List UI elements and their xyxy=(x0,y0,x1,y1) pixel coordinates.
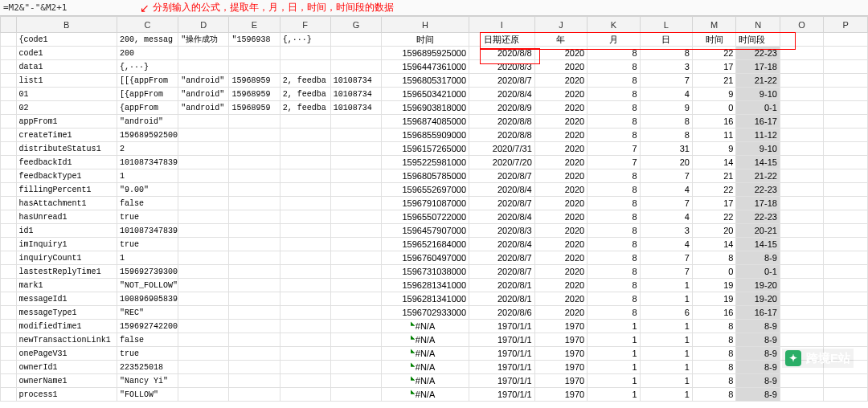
cell[interactable] xyxy=(780,265,823,279)
cell[interactable]: 1970 xyxy=(534,333,587,347)
cell[interactable] xyxy=(280,292,330,306)
table-row[interactable]: feedbackId110108734783915952259810002020… xyxy=(1,156,868,169)
cell[interactable] xyxy=(280,183,330,197)
cell[interactable] xyxy=(1,74,17,88)
cell[interactable]: 9-10 xyxy=(736,142,780,156)
cell[interactable] xyxy=(1,197,17,210)
cell[interactable] xyxy=(1,156,17,169)
cell[interactable]: inquiryCount1 xyxy=(16,251,117,265)
table-row[interactable]: id110108734783915964579070002020/8/32020… xyxy=(1,224,868,238)
cell[interactable]: 1596760497000 xyxy=(382,251,469,265)
table-row[interactable]: mark1"NOT_FOLLOW"15962813410002020/8/120… xyxy=(1,279,868,292)
cell[interactable]: createTime1 xyxy=(16,129,117,142)
cell[interactable]: 7 xyxy=(640,197,692,210)
cell[interactable] xyxy=(1,292,17,306)
cell[interactable]: 1596895925000 xyxy=(382,47,469,60)
cell[interactable]: 时间 xyxy=(692,33,735,47)
cell[interactable]: {,···} xyxy=(280,33,330,47)
cell[interactable]: 2020 xyxy=(534,279,587,292)
cell[interactable] xyxy=(1,47,17,60)
cell[interactable]: 8-9 xyxy=(736,374,780,388)
cell[interactable] xyxy=(178,251,229,265)
cell[interactable]: 1596702933000 xyxy=(382,306,469,320)
table-row[interactable]: messageId110089690583915962813410002020/… xyxy=(1,292,868,306)
cell[interactable]: 1 xyxy=(640,292,692,306)
cell[interactable]: 8 xyxy=(588,74,640,88)
cell[interactable]: imInquiry1 xyxy=(16,238,117,251)
table-row[interactable]: feedbackType1115968057850002020/8/720208… xyxy=(1,169,868,183)
cell[interactable]: 8 xyxy=(692,374,735,388)
cell[interactable]: 2020/8/7 xyxy=(469,197,535,210)
cell[interactable]: 8-9 xyxy=(736,320,780,333)
cell[interactable] xyxy=(780,115,823,129)
cell[interactable] xyxy=(229,129,280,142)
col-header-O[interactable]: O xyxy=(780,17,823,33)
cell[interactable] xyxy=(780,306,823,320)
cell[interactable]: 1596805317000 xyxy=(382,74,469,88)
cell[interactable]: 2020/8/1 xyxy=(469,292,535,306)
cell[interactable] xyxy=(780,88,823,101)
cell[interactable]: 1596521684000 xyxy=(382,238,469,251)
cell[interactable]: 2020/8/8 xyxy=(469,47,535,60)
cell[interactable] xyxy=(824,47,868,60)
cell[interactable] xyxy=(330,115,381,129)
cell[interactable] xyxy=(1,101,17,115)
formula-input[interactable]: =M2&"-"&M2+1 xyxy=(3,2,116,13)
cell[interactable] xyxy=(330,347,381,361)
cell[interactable]: 19 xyxy=(692,279,735,292)
cell[interactable]: 16 xyxy=(692,115,735,129)
cell[interactable]: 7 xyxy=(640,169,692,183)
col-header-D[interactable]: D xyxy=(178,17,229,33)
cell[interactable]: "android" xyxy=(178,88,229,101)
cell[interactable]: "NOT_FOLLOW" xyxy=(117,279,178,292)
table-row[interactable]: inquiryCount1115967604970002020/8/720208… xyxy=(1,251,868,265)
cell[interactable] xyxy=(824,60,868,74)
cell[interactable] xyxy=(178,320,229,333)
cell[interactable]: ownerId1 xyxy=(16,361,117,374)
cell[interactable] xyxy=(824,279,868,292)
cell[interactable] xyxy=(178,292,229,306)
cell[interactable]: 1596447361000 xyxy=(382,60,469,74)
cell[interactable] xyxy=(1,361,17,374)
cell[interactable]: 8 xyxy=(692,251,735,265)
cell[interactable]: 1596550722000 xyxy=(382,210,469,224)
cell[interactable]: 100896905839 xyxy=(117,292,178,306)
cell[interactable] xyxy=(780,197,823,210)
cell[interactable]: 1970/1/1 xyxy=(469,361,535,374)
cell[interactable]: 1596503421000 xyxy=(382,88,469,101)
cell[interactable]: 8 xyxy=(640,47,692,60)
cell[interactable] xyxy=(824,129,868,142)
cell[interactable]: 1 xyxy=(588,333,640,347)
table-row[interactable]: data1{,···}15964473610002020/8/320208317… xyxy=(1,60,868,74)
cell[interactable]: 2020 xyxy=(534,129,587,142)
cell[interactable]: 1596791087000 xyxy=(382,197,469,210)
cell[interactable] xyxy=(178,279,229,292)
table-row[interactable]: hasAttachment1false15967910870002020/8/7… xyxy=(1,197,868,210)
cell[interactable]: 1970 xyxy=(534,347,587,361)
cell[interactable] xyxy=(1,169,17,183)
cell[interactable] xyxy=(780,320,823,333)
cell[interactable]: messageId1 xyxy=(16,292,117,306)
cell[interactable]: 21 xyxy=(692,74,735,88)
cell[interactable] xyxy=(1,224,17,238)
cell[interactable]: 15968959 xyxy=(229,101,280,115)
cell[interactable]: 3 xyxy=(640,60,692,74)
cell[interactable]: 2020/8/1 xyxy=(469,279,535,292)
cell[interactable]: 1970/1/1 xyxy=(469,388,535,402)
cell[interactable] xyxy=(824,210,868,224)
cell[interactable]: 8 xyxy=(588,183,640,197)
cell[interactable] xyxy=(1,129,17,142)
cell[interactable]: 8 xyxy=(588,238,640,251)
cell[interactable]: 10108734 xyxy=(330,74,381,88)
cell[interactable]: 8 xyxy=(692,320,735,333)
cell[interactable]: 8 xyxy=(588,265,640,279)
cell[interactable] xyxy=(330,60,381,74)
cell[interactable]: 8-9 xyxy=(736,333,780,347)
cell[interactable] xyxy=(824,292,868,306)
cell[interactable] xyxy=(780,224,823,238)
cell[interactable]: true xyxy=(117,347,178,361)
cell[interactable] xyxy=(280,115,330,129)
table-row[interactable]: appFrom1"android"15968740850002020/8/820… xyxy=(1,115,868,129)
col-header-P[interactable]: P xyxy=(824,17,868,33)
cell[interactable]: 0-1 xyxy=(736,265,780,279)
